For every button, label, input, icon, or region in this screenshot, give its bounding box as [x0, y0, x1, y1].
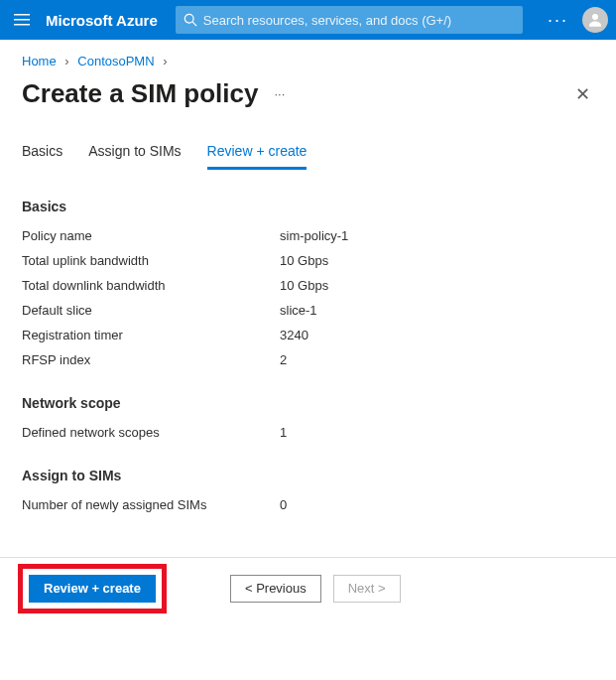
search-icon	[184, 13, 197, 27]
tab-basics[interactable]: Basics	[22, 143, 62, 170]
svg-point-5	[592, 14, 598, 20]
review-create-button[interactable]: Review + create	[29, 575, 156, 603]
row-registration-timer: Registration timer3240	[22, 328, 594, 342]
global-search[interactable]	[176, 6, 523, 34]
chevron-right-icon: ›	[163, 54, 167, 68]
title-bar: Create a SIM policy ··· ✕	[22, 78, 594, 109]
topbar-more-icon[interactable]: ···	[548, 10, 568, 31]
tab-assign-to-sims[interactable]: Assign to SIMs	[88, 143, 181, 170]
svg-rect-2	[14, 24, 30, 26]
page-content: Home › ContosoPMN › Create a SIM policy …	[0, 40, 616, 618]
tabs: Basics Assign to SIMs Review + create	[22, 143, 594, 171]
section-title-assign-sims: Assign to SIMs	[22, 468, 594, 483]
svg-rect-1	[14, 19, 30, 21]
next-button: Next >	[333, 575, 401, 603]
tab-review-create[interactable]: Review + create	[207, 143, 308, 170]
page-title: Create a SIM policy	[22, 78, 258, 109]
breadcrumb-home[interactable]: Home	[22, 54, 57, 68]
close-icon[interactable]: ✕	[575, 83, 590, 105]
svg-rect-0	[14, 14, 30, 16]
search-input[interactable]	[203, 13, 515, 28]
wizard-footer: Review + create < Previous Next >	[0, 557, 616, 618]
highlight-review-create: Review + create	[18, 564, 167, 613]
row-downlink-bandwidth: Total downlink bandwidth10 Gbps	[22, 278, 594, 293]
chevron-right-icon: ›	[64, 54, 68, 68]
previous-button[interactable]: < Previous	[230, 575, 321, 603]
person-icon	[586, 11, 604, 29]
section-title-basics: Basics	[22, 199, 594, 214]
row-rfsp-index: RFSP index2	[22, 352, 594, 367]
row-uplink-bandwidth: Total uplink bandwidth10 Gbps	[22, 253, 594, 268]
title-more-icon[interactable]: ···	[274, 86, 285, 101]
brand-label[interactable]: Microsoft Azure	[46, 12, 158, 29]
svg-line-4	[192, 22, 196, 26]
section-title-network-scope: Network scope	[22, 395, 594, 411]
row-policy-name: Policy namesim-policy-1	[22, 228, 594, 243]
breadcrumb-resource[interactable]: ContosoPMN	[77, 54, 154, 68]
azure-topbar: Microsoft Azure ···	[0, 0, 616, 40]
user-avatar[interactable]	[582, 7, 608, 33]
row-new-assigned-sims: Number of newly assigned SIMs0	[22, 497, 594, 512]
menu-icon[interactable]	[8, 13, 36, 27]
row-defined-network-scopes: Defined network scopes1	[22, 425, 594, 440]
breadcrumb: Home › ContosoPMN ›	[22, 54, 594, 68]
svg-point-3	[185, 14, 193, 23]
row-default-slice: Default sliceslice-1	[22, 303, 594, 318]
